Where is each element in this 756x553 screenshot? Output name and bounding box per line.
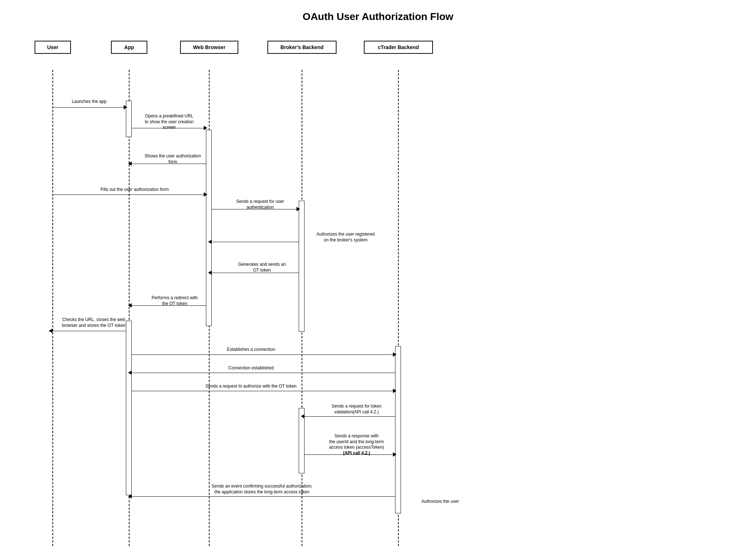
label-launches: Launches the app: [55, 99, 124, 105]
arrow-authorize-ot: [132, 391, 395, 391]
arrow-authorizes: [212, 242, 299, 242]
arrow-establishes: [132, 354, 395, 355]
arrowhead-conn-established: [128, 370, 132, 375]
arrowhead-establishes: [393, 352, 397, 357]
lifeline-user: User: [35, 41, 71, 54]
label-establishes: Establishes a connection: [196, 347, 306, 353]
label-fills-form: Fills out the user authorization form: [62, 187, 207, 193]
arrowhead-event-confirm: [128, 494, 132, 498]
label-checks-url: Checks the URL, closes the webbrowser an…: [55, 317, 133, 328]
arrow-token-validation: [305, 416, 395, 417]
arrowhead-authorizes: [208, 240, 212, 244]
arrow-checks-url: [52, 331, 126, 331]
arrowhead-shows-form: [128, 161, 132, 166]
label-token-validation: Sends a request for tokenvalidation(API …: [313, 404, 400, 415]
label-event-confirm: Sends an event confirming successful aut…: [153, 484, 371, 495]
arrowhead-opens-url: [204, 126, 207, 130]
label-opens-url: Opens a predefined URLto show the user c…: [135, 113, 204, 131]
activation-app-2: [126, 321, 132, 495]
arrowhead-redirect: [128, 303, 132, 308]
activation-ctrader-1: [395, 346, 401, 513]
label-authorizes: Authorizes the user registeredon the bro…: [306, 232, 386, 243]
lifeline-browser: Web Browser: [180, 41, 238, 54]
label-shows-form: Shows the user authorizationform: [138, 153, 207, 165]
arrowhead-generates-ot: [208, 271, 212, 275]
label-token-response: Sends a response withthe userId and the …: [313, 433, 400, 456]
lifeline-broker: Broker's Backend: [267, 41, 337, 54]
arrowhead-checks-url: [49, 329, 52, 333]
arrow-fills-form: [52, 195, 206, 195]
arrow-conn-established: [132, 373, 395, 373]
lifeline-app: App: [111, 41, 147, 54]
lifeline-ctrader: cTrader Backend: [364, 41, 433, 54]
arrowhead-token-validation: [301, 414, 305, 418]
label-authorizes-user: Authorizes the user: [404, 499, 477, 505]
arrow-launches: [52, 107, 126, 108]
label-generates-ot: Generates and sends anOT token: [222, 262, 302, 273]
label-sends-request: Sends a request for userauthentication: [222, 199, 298, 210]
label-conn-established: Connection established: [196, 365, 306, 371]
lifeline-line-user: [52, 70, 53, 546]
arrowhead-authorize-ot: [393, 389, 397, 393]
sequence-diagram: User App Web Browser Broker's Backend cT…: [15, 37, 735, 546]
label-authorize-ot: Sends a request to authorize with the OT…: [160, 384, 342, 389]
arrow-event-confirm: [132, 496, 395, 497]
page-title: OAuth User Authorization Flow: [15, 11, 741, 23]
arrowhead-launches: [124, 105, 127, 109]
label-redirect: Performs a redirect withthe OT token: [138, 295, 211, 306]
arrowhead-fills-form: [204, 192, 207, 197]
